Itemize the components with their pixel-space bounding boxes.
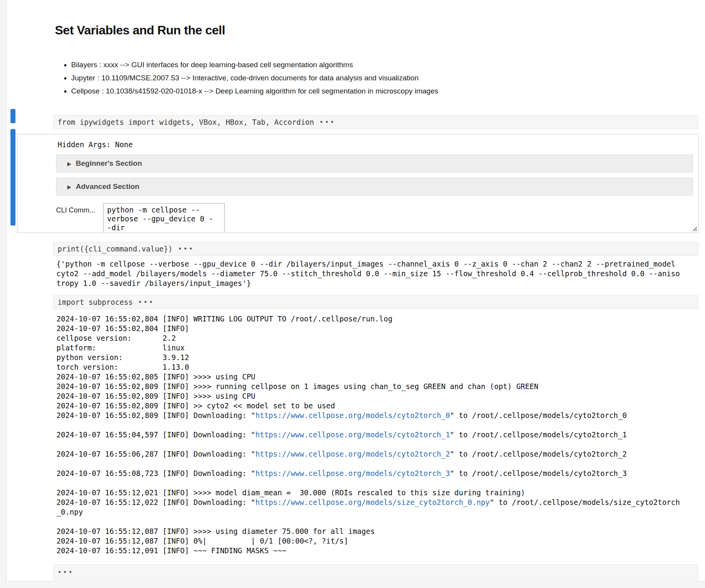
notebook-panel: Set Variables and Run the cell Bilayers … [6, 0, 705, 581]
accordion-advanced-section[interactable]: ▶ Advanced Section [56, 178, 693, 195]
log-link-url[interactable]: https://www.cellpose.org/models/cyto2tor… [255, 430, 450, 439]
accordion-label: Advanced Section [76, 182, 140, 191]
chevron-right-icon: ▶ [67, 184, 71, 190]
intro-list: Bilayers : xxxx --> GUI interfaces for d… [55, 60, 705, 96]
log-link-url[interactable]: https://www.cellpose.org/models/cyto2tor… [255, 469, 450, 478]
output-collapser-bar[interactable] [10, 129, 15, 226]
cli-command-row: CLI Comm... python -m cellpose -- verbos… [56, 203, 693, 233]
widget-output-panel: Hidden Args: None ▶ Beginner's Section ▶… [17, 134, 699, 233]
resize-handle-icon[interactable] [691, 225, 698, 232]
collapsed-code-icon[interactable]: ••• [58, 568, 74, 577]
hidden-args-text: Hidden Args: None [58, 140, 693, 149]
collapsed-code-icon[interactable]: ••• [178, 244, 194, 253]
list-item: Jupyter : 10.1109/MCSE.2007.53 --> Inter… [71, 73, 705, 83]
list-item: Cellpose : 10.1038/s41592-020-01018-x --… [71, 87, 705, 96]
collapsed-cell[interactable]: ••• [53, 564, 698, 580]
code-text: import subprocess [58, 297, 133, 307]
accordion-beginners-section[interactable]: ▶ Beginner's Section [56, 155, 693, 172]
code-cell-imports[interactable]: from ipywidgets import widgets, VBox, HB… [53, 115, 698, 129]
code-cell-subprocess[interactable]: import subprocess ••• [53, 295, 698, 309]
collapsed-code-icon[interactable]: ••• [319, 117, 335, 127]
cell-collapser-bar[interactable] [10, 109, 15, 123]
chevron-right-icon: ▶ [67, 161, 71, 167]
code-text: from ipywidgets import widgets, VBox, HB… [58, 117, 314, 127]
collapsed-code-icon[interactable]: ••• [138, 297, 154, 307]
log-link-url[interactable]: https://www.cellpose.org/models/size_cyt… [255, 498, 490, 506]
log-link-url[interactable]: https://www.cellpose.org/models/cyto2tor… [255, 450, 450, 458]
print-output-text: {'python -m cellpose --verbose --gpu_dev… [56, 259, 683, 288]
accordion-label: Beginner's Section [76, 159, 142, 168]
log-output: 2024-10-07 16:55:02,804 [INFO] WRITING L… [56, 314, 683, 556]
code-cell-print[interactable]: print({cli_command.value}) ••• [53, 242, 698, 256]
page-title: Set Variables and Run the cell [7, 0, 705, 38]
cli-command-textarea[interactable]: python -m cellpose -- verbose --gpu_devi… [103, 203, 225, 233]
code-text: print({cli_command.value}) [58, 244, 172, 253]
log-link-url[interactable]: https://www.cellpose.org/models/cyto2tor… [255, 411, 450, 420]
list-item: Bilayers : xxxx --> GUI interfaces for d… [71, 60, 705, 70]
cli-command-label: CLI Comm... [56, 203, 103, 214]
